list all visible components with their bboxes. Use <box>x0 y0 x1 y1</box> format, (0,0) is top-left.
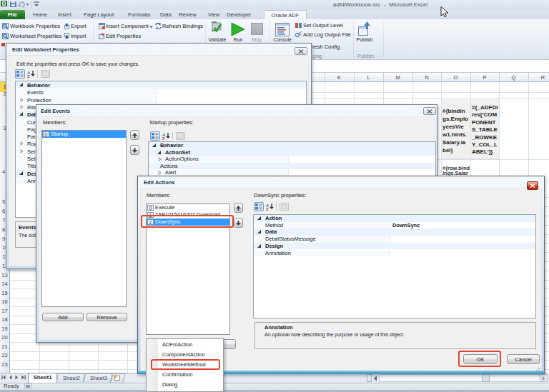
svg-text:Z: Z <box>27 74 30 78</box>
svg-text:Z: Z <box>162 136 165 140</box>
svg-text:Z: Z <box>266 207 269 211</box>
